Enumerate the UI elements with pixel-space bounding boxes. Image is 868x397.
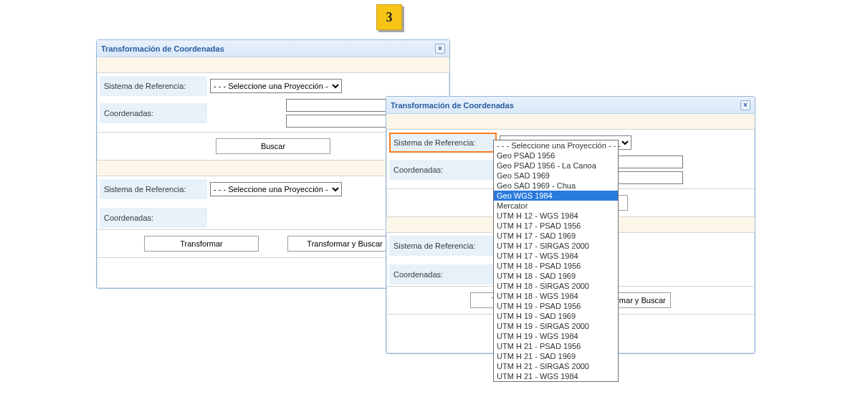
projection-option[interactable]: UTM H 19 - SAD 1969 <box>494 311 618 321</box>
panel-header: Transformación de Coordenadas × <box>386 97 755 114</box>
transform-button[interactable]: Transformar <box>144 236 259 252</box>
coords-label-2: Coordenadas: <box>100 208 207 228</box>
projection-option[interactable]: UTM H 21 - PSAD 1956 <box>494 341 618 351</box>
projection-option[interactable]: UTM H 18 - SAD 1969 <box>494 271 618 281</box>
decor-band <box>386 114 755 130</box>
projection-option[interactable]: Geo PSAD 1956 <box>494 150 618 161</box>
projection-option[interactable]: UTM H 18 - WGS 1984 <box>494 291 618 301</box>
ref-system-select[interactable]: - - - Seleccione una Proyección - - - <box>210 79 342 93</box>
step-badge: 3 <box>376 4 402 30</box>
coords-label-r2: Coordenadas: <box>389 264 497 284</box>
projection-option[interactable]: UTM H 17 - PSAD 1956 <box>494 221 618 231</box>
projection-option[interactable]: UTM H 19 - PSAD 1956 <box>494 301 618 311</box>
ref-system-label-2: Sistema de Referencia: <box>100 179 207 199</box>
projection-option[interactable]: - - - Seleccione una Proyección - - - <box>494 140 618 150</box>
coords-label-r: Coordenadas: <box>389 160 497 180</box>
decor-band <box>97 57 449 73</box>
search-button[interactable]: Buscar <box>216 138 330 154</box>
projection-option[interactable]: Geo SAD 1969 - Chua <box>494 181 618 191</box>
ref-system-label-highlight: Sistema de Referencia: <box>389 133 497 153</box>
close-icon[interactable]: × <box>435 44 445 54</box>
coord-input-1b[interactable] <box>286 115 394 128</box>
projection-option[interactable]: UTM H 21 - SAD 1969 <box>494 351 618 361</box>
projection-option[interactable]: UTM H 21 - WGS 1984 <box>494 371 618 381</box>
coords-label: Coordenadas: <box>100 103 207 123</box>
transform-search-button[interactable]: Transformar y Buscar <box>287 236 402 252</box>
projection-option[interactable]: UTM H 19 - SIRGAS 2000 <box>494 321 618 331</box>
projection-option[interactable]: UTM H 18 - PSAD 1956 <box>494 261 618 271</box>
panel-title: Transformación de Coordenadas <box>391 101 514 110</box>
projection-option[interactable]: Geo SAD 1969 <box>494 171 618 181</box>
ref-system-label-r2: Sistema de Referencia: <box>389 236 497 256</box>
projection-option[interactable]: UTM H 18 - SIRGAS 2000 <box>494 281 618 291</box>
projection-dropdown-list[interactable]: - - - Seleccione una Proyección - - -Geo… <box>493 140 619 382</box>
panel-title: Transformación de Coordenadas <box>101 44 224 53</box>
ref-system-select-2[interactable]: - - - Seleccione una Proyección - - - <box>210 182 342 196</box>
projection-option[interactable]: UTM H 21 - SIRGAS 2000 <box>494 361 618 371</box>
projection-option[interactable]: UTM H 19 - WGS 1984 <box>494 331 618 341</box>
projection-option[interactable]: UTM H 17 - WGS 1984 <box>494 251 618 261</box>
projection-option[interactable]: Geo PSAD 1956 - La Canoa <box>494 161 618 171</box>
coord-input-1a[interactable] <box>286 99 394 112</box>
projection-option[interactable]: Geo WGS 1984 <box>494 191 618 201</box>
projection-option[interactable]: UTM H 17 - SAD 1969 <box>494 231 618 241</box>
close-icon[interactable]: × <box>740 100 750 110</box>
ref-system-label: Sistema de Referencia: <box>100 76 207 96</box>
panel-header: Transformación de Coordenadas × <box>97 40 449 57</box>
projection-option[interactable]: UTM H 17 - SIRGAS 2000 <box>494 241 618 251</box>
projection-option[interactable]: UTM H 12 - WGS 1984 <box>494 211 618 221</box>
projection-option[interactable]: Mercator <box>494 201 618 211</box>
